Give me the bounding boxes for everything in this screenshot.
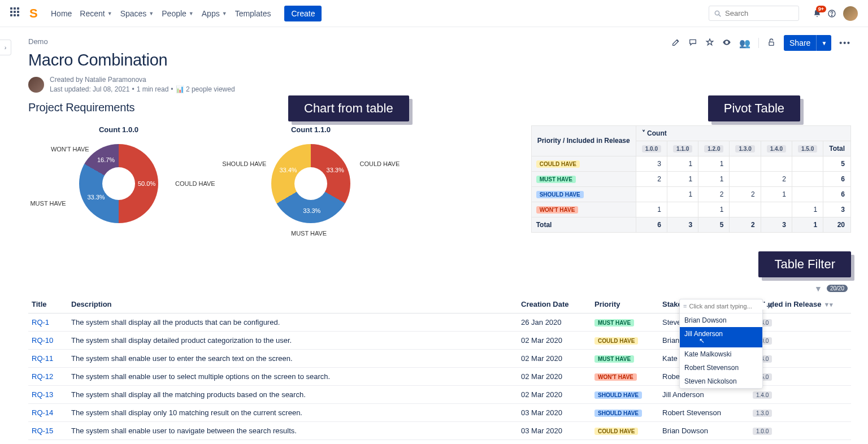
th-date[interactable]: Creation Date — [518, 295, 591, 314]
nav-people[interactable]: People▼ — [162, 9, 194, 18]
priority-badge: MUST HAVE — [594, 355, 634, 363]
more-icon[interactable]: ••• — [839, 38, 851, 47]
pivot-col: 1.2.0 — [698, 141, 730, 156]
comment-icon[interactable] — [688, 38, 697, 49]
slice-label: COULD HAVE — [360, 160, 400, 167]
share-button[interactable]: Share — [784, 35, 816, 51]
breadcrumb[interactable]: Demo — [28, 27, 48, 49]
rq-link[interactable]: RQ-14 — [32, 408, 53, 417]
svg-line-1 — [719, 15, 721, 16]
slice-label: WON'T HAVE — [51, 146, 89, 153]
release-badge: 1.4.0 — [753, 391, 772, 399]
slice-label: MUST HAVE — [291, 230, 327, 237]
slice-label: MUST HAVE — [30, 200, 66, 207]
nav-templates[interactable]: Templates — [235, 9, 271, 18]
dropdown-item[interactable]: Kate Malkowski — [680, 347, 762, 361]
ribbon-chart: Chart from table — [288, 95, 409, 121]
close-icon[interactable]: ✕ — [767, 302, 774, 311]
help-icon[interactable] — [827, 9, 836, 18]
rq-link[interactable]: RQ-15 — [32, 426, 53, 435]
pivot-col: 1.4.0 — [761, 141, 792, 156]
donut-chart-0: Count 1.0.0 50.0%COULD HAVE33.3%MUST HAV… — [45, 125, 192, 240]
table-row: RQ-15 The system shall enable user to na… — [28, 421, 851, 439]
priority-badge: WON'T HAVE — [594, 373, 637, 381]
slice-pct: 33.3% — [87, 194, 105, 201]
rq-link[interactable]: RQ-1 — [32, 318, 49, 327]
nav-apps[interactable]: Apps▼ — [202, 9, 227, 18]
filter-search-input[interactable] — [689, 303, 767, 310]
pivot-col: 1.0.0 — [636, 141, 667, 156]
ribbon-pivot: Pivot Table — [708, 95, 800, 121]
edit-icon[interactable] — [671, 38, 680, 49]
nav-recent[interactable]: Recent▼ — [80, 9, 112, 18]
th-description[interactable]: Description — [68, 295, 518, 314]
svg-point-0 — [715, 11, 719, 15]
slice-pct: 33.3% — [327, 167, 344, 173]
priority-badge: SHOULD HAVE — [594, 410, 642, 417]
expand-sidebar-button[interactable]: › — [0, 40, 11, 55]
dropdown-item[interactable]: Steven Nickolson — [680, 375, 762, 388]
pivot-col-total: Total — [823, 141, 851, 156]
pivot-corner: Priority / Included in Release — [531, 125, 636, 156]
table-row: RQ-16 The system shall notify the user w… — [28, 439, 851, 444]
pivot-table: Priority / Included in Release ˅ Count 1… — [531, 125, 851, 233]
th-title[interactable]: Title — [28, 295, 68, 314]
byline-text: Created by Natalie Paramonova Last updat… — [50, 75, 235, 94]
slice-pct: 33.3% — [303, 207, 320, 214]
nav-spaces[interactable]: Spaces▼ — [120, 9, 154, 18]
slice-pct: 50.0% — [138, 180, 155, 187]
search-input[interactable] — [709, 6, 799, 21]
rq-link[interactable]: RQ-10 — [32, 336, 53, 345]
watch-icon[interactable] — [722, 38, 731, 49]
svg-rect-4 — [769, 42, 774, 45]
rq-link[interactable]: RQ-13 — [32, 390, 53, 399]
filter-release-icon: ▼▾ — [823, 301, 833, 308]
pivot-col: 1.1.0 — [667, 141, 698, 156]
pivot-row: SHOULD HAVE12216 — [531, 186, 850, 202]
priority-badge: COULD HAVE — [594, 337, 638, 345]
pivot-count-header[interactable]: ˅ Count — [636, 125, 850, 141]
page-title: Macro Combination — [28, 51, 851, 69]
share-dropdown-button[interactable]: ▼ — [816, 35, 831, 51]
cursor-icon: ↖ — [699, 337, 758, 345]
notif-count: 9+ — [816, 6, 826, 12]
dropdown-item[interactable]: Robert Stevenson — [680, 361, 762, 375]
filter-count-badge: 20/20 — [827, 285, 848, 292]
pivot-row: COULD HAVE3115 — [531, 156, 850, 171]
filter-column-icon[interactable]: ▼ — [814, 284, 822, 293]
notifications-icon[interactable]: 9+ — [813, 9, 822, 18]
priority-badge: MUST HAVE — [594, 319, 634, 327]
release-badge: 1.0.0 — [753, 428, 772, 435]
pivot-row: WON'T HAVE1113 — [531, 202, 850, 217]
stakeholder-filter-dropdown[interactable]: = ✕ Brian DowsonJill Anderson↖Kate Malko… — [679, 299, 763, 389]
slice-label: COULD HAVE — [175, 180, 215, 187]
slice-pct: 33.4% — [279, 167, 297, 173]
table-row: RQ-14 The system shall display only 10 m… — [28, 403, 851, 421]
search-icon — [713, 9, 722, 20]
nav-home[interactable]: Home — [51, 9, 72, 18]
pivot-row: MUST HAVE21126 — [531, 171, 850, 186]
author-avatar[interactable] — [28, 77, 44, 93]
user-avatar[interactable] — [843, 6, 858, 21]
rq-link[interactable]: RQ-12 — [32, 372, 53, 381]
app-switcher-icon[interactable] — [10, 7, 23, 20]
logo-icon[interactable]: S — [29, 8, 41, 19]
release-badge: 1.3.0 — [753, 410, 772, 417]
pivot-col: 1.5.0 — [792, 141, 823, 156]
dropdown-item[interactable]: Jill Anderson↖ — [680, 327, 762, 347]
lock-icon[interactable] — [767, 38, 776, 49]
pivot-totals-row: Total63523120 — [531, 217, 850, 232]
svg-point-3 — [831, 15, 832, 15]
th-priority[interactable]: Priority — [591, 295, 659, 314]
dropdown-item[interactable]: Brian Dowson — [680, 314, 762, 327]
slice-label: SHOULD HAVE — [222, 160, 266, 167]
ribbon-filter: Table Filter — [758, 251, 851, 277]
create-button[interactable]: Create — [284, 6, 322, 21]
star-icon[interactable] — [705, 38, 714, 49]
people-icon[interactable]: 👥 — [739, 38, 750, 49]
chart-title: Count 1.0.0 — [45, 125, 192, 134]
priority-badge: COULD HAVE — [594, 428, 638, 435]
donut-chart-1: Count 1.1.0 33.3%COULD HAVE33.3%MUST HAV… — [237, 125, 384, 240]
priority-badge: SHOULD HAVE — [594, 391, 642, 399]
rq-link[interactable]: RQ-11 — [32, 354, 53, 363]
